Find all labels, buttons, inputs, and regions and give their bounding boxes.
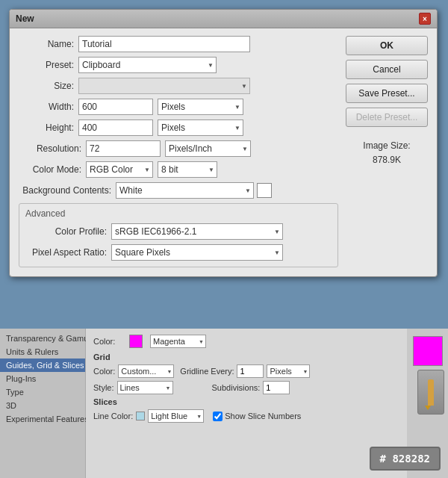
height-label: Height: [19, 122, 78, 133]
image-size-value: 878.9K [346, 153, 428, 167]
grid-style-select[interactable]: Lines [117, 381, 173, 394]
colorprofile-select[interactable]: sRGB IEC61966-2.1 [111, 223, 283, 240]
close-button[interactable]: × [419, 13, 431, 25]
image-size-label: Image Size: [346, 139, 428, 153]
sidebar-item-guides[interactable]: Guides, Grid & Slices [0, 358, 85, 372]
bg-color-swatch [257, 183, 272, 198]
gridline-input[interactable] [237, 364, 264, 378]
preferences-content: Color: Magenta Grid Color: Custom... Gri… [86, 329, 407, 478]
colormode-label: Color Mode: [19, 164, 86, 175]
size-select[interactable] [78, 78, 250, 94]
subdivisions-input[interactable] [263, 381, 290, 394]
show-numbers-checkbox[interactable] [213, 412, 223, 421]
save-preset-button[interactable]: Save Preset... [346, 84, 428, 103]
slices-section-header: Slices [93, 397, 399, 406]
sidebar-item-plugins[interactable]: Plug-Ins [0, 372, 85, 385]
cancel-button[interactable]: Cancel [346, 60, 428, 79]
grid-color-select[interactable]: Custom... [118, 364, 174, 378]
sidebar-item-transparency[interactable]: Transparency & Gamut [0, 332, 85, 345]
guides-color-label: Color: [93, 337, 123, 346]
magenta-swatch [129, 335, 143, 348]
sidebar-item-3d[interactable]: 3D [0, 399, 85, 412]
resolution-input[interactable] [86, 140, 161, 157]
color-hex-badge: # 828282 [370, 447, 441, 471]
pencil-icon [428, 379, 434, 406]
resolution-unit-select[interactable]: Pixels/Inch [165, 140, 251, 157]
guides-color-select[interactable]: Magenta [150, 335, 206, 348]
advanced-section: Advanced Color Profile: sRGB IEC61966-2.… [19, 203, 338, 267]
bgcontents-select[interactable]: White [116, 182, 254, 199]
sidebar-item-experimental[interactable]: Experimental Features [0, 412, 85, 426]
line-color-select[interactable]: Light Blue [148, 409, 204, 423]
preferences-sidebar: Transparency & Gamut Units & Rulers Guid… [0, 329, 86, 478]
dialog-titlebar: New × [10, 10, 437, 28]
width-label: Width: [19, 102, 78, 112]
grid-color-label: Color: [93, 367, 115, 376]
colormode-select[interactable]: RGB Color [86, 161, 153, 178]
grid-settings-row1: Color: Custom... Gridline Every: Pixels [93, 364, 399, 378]
sidebar-item-type[interactable]: Type [0, 385, 85, 399]
dialog-title: New [16, 13, 34, 24]
line-color-swatch [136, 412, 145, 420]
slices-row: Line Color: Light Blue Show Slice Number… [93, 409, 399, 423]
sidebar-item-units[interactable]: Units & Rulers [0, 345, 85, 358]
preset-select[interactable]: Clipboard [78, 57, 217, 73]
line-color-label: Line Color: [93, 412, 133, 420]
gridline-unit-select[interactable]: Pixels [267, 364, 310, 378]
size-label: Size: [19, 81, 78, 91]
show-numbers-row: Show Slice Numbers [213, 412, 301, 421]
new-document-dialog: New × Name: Preset: Clipboard Si [9, 9, 438, 277]
colorprofile-label: Color Profile: [25, 226, 111, 237]
resolution-label: Resolution: [19, 143, 86, 154]
grid-section-header: Grid [93, 353, 399, 361]
show-numbers-label: Show Slice Numbers [225, 412, 301, 420]
image-size-info: Image Size: 878.9K [346, 139, 428, 167]
name-label: Name: [19, 39, 78, 49]
width-input[interactable] [78, 99, 153, 115]
height-unit-select[interactable]: Pixels [158, 120, 243, 136]
color-preview-swatch [413, 336, 443, 366]
pencil-tool-button[interactable] [417, 370, 444, 415]
gridline-label: Gridline Every: [180, 367, 234, 376]
pixelratio-select[interactable]: Square Pixels [111, 244, 283, 261]
subdivisions-label: Subdivisions: [212, 383, 261, 392]
preset-label: Preset: [19, 60, 78, 70]
bgcontents-label: Background Contents: [19, 185, 116, 196]
guides-color-row: Color: Magenta [93, 335, 399, 348]
ok-button[interactable]: OK [346, 36, 428, 55]
bitdepth-select[interactable]: 8 bit [158, 161, 217, 178]
name-input[interactable] [78, 36, 250, 52]
grid-style-label: Style: [93, 383, 114, 392]
pixelratio-label: Pixel Aspect Ratio: [25, 247, 111, 258]
width-unit-select[interactable]: Pixels [158, 99, 243, 115]
height-input[interactable] [78, 120, 153, 136]
delete-preset-button[interactable]: Delete Preset... [346, 108, 428, 127]
grid-settings-row2: Style: Lines Subdivisions: [93, 381, 399, 394]
advanced-title: Advanced [25, 208, 332, 219]
